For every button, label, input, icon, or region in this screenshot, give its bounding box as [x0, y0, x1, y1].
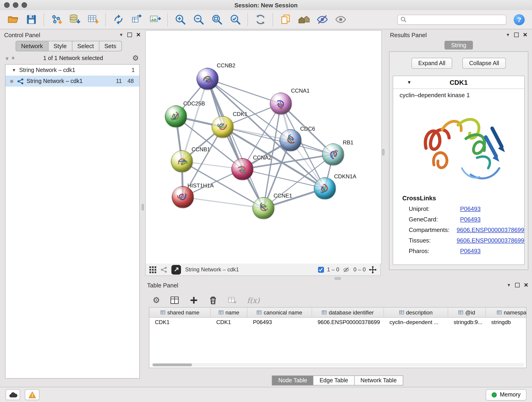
protein-thumbnail — [210, 115, 234, 139]
close-panel-icon[interactable]: ✕ — [136, 32, 141, 38]
selected-checkbox[interactable] — [318, 267, 324, 273]
column-icon — [399, 310, 404, 315]
network-node-hist1h1a[interactable] — [172, 186, 194, 208]
hide-selected-button[interactable] — [314, 12, 330, 27]
import-table-from-file-button[interactable] — [85, 12, 101, 27]
expand-all-button[interactable]: Expand All — [412, 58, 452, 69]
maximize-window-button[interactable] — [22, 2, 27, 8]
network-options-gear-icon[interactable]: ⚙ — [132, 55, 139, 62]
network-node-cdc25b[interactable] — [165, 105, 187, 128]
right-splitter-handle[interactable] — [382, 149, 385, 155]
column-header-shared-name[interactable]: shared name — [149, 307, 211, 317]
table-options-gear-icon[interactable]: ⚙ — [152, 296, 160, 304]
network-node-ccnb1[interactable] — [171, 150, 193, 172]
tab-style[interactable]: Style — [48, 41, 72, 51]
open-session-button[interactable] — [5, 12, 21, 27]
hidden-node-edge-counts: 0 – 0 — [354, 266, 366, 273]
memory-button[interactable]: Memory — [486, 389, 526, 400]
minimize-panel-icon[interactable]: ▼ — [119, 32, 123, 37]
zoom-fit-button[interactable] — [209, 12, 225, 27]
column-header-name[interactable]: name — [211, 307, 247, 317]
gene-section-caret-icon[interactable]: ▼ — [407, 80, 412, 85]
column-header-database-identifier[interactable]: database identifier — [312, 307, 384, 317]
network-node-rb1[interactable] — [322, 143, 344, 166]
protein-structure-image — [411, 100, 507, 192]
network-node-ccnb2[interactable] — [196, 68, 219, 90]
column-icon — [160, 310, 165, 315]
column-header-description[interactable]: description — [384, 307, 448, 317]
zoom-selected-button[interactable] — [227, 12, 243, 27]
crosslink-link[interactable]: P06493 — [460, 216, 481, 223]
crosslink-link[interactable]: 9606.ENSP00000378699 — [457, 226, 524, 233]
network-overview-icon[interactable] — [160, 266, 167, 273]
add-column-icon[interactable] — [170, 296, 179, 305]
pan-move-icon[interactable] — [369, 266, 377, 274]
tab-network[interactable]: Network — [16, 41, 48, 51]
first-neighbors-button[interactable] — [296, 12, 312, 27]
close-panel-icon[interactable]: ✕ — [523, 32, 527, 38]
save-session-button[interactable] — [23, 12, 39, 27]
refresh-layout-button[interactable] — [252, 12, 268, 27]
close-panel-icon[interactable]: ✕ — [524, 282, 528, 288]
import-network-from-file-button[interactable] — [48, 12, 65, 27]
scrollbar-thumb[interactable] — [152, 364, 192, 366]
expand-all-networks-icon[interactable]: » — [9, 57, 16, 59]
minimize-window-button[interactable] — [13, 2, 18, 8]
delete-trash-icon[interactable] — [209, 296, 218, 305]
warnings-button[interactable] — [25, 389, 39, 400]
collapse-all-button[interactable]: Collapse All — [462, 58, 506, 69]
collection-caret-icon[interactable]: ▼ — [12, 68, 16, 72]
float-panel-icon[interactable] — [514, 32, 519, 37]
network-node-ccne1[interactable] — [253, 197, 274, 219]
tab-sets[interactable]: Sets — [99, 41, 122, 51]
column-header-namespac[interactable]: namespac — [486, 307, 526, 317]
tab-network-table[interactable]: Network Table — [354, 375, 403, 385]
network-node-cdkn1a[interactable] — [314, 177, 336, 199]
table-row[interactable]: CDK1CDK1P064939606.ENSP00000378699cyclin… — [149, 318, 526, 326]
copy-button[interactable] — [277, 12, 294, 27]
import-network-from-database-button[interactable] — [66, 12, 83, 27]
network-node-cdc6[interactable] — [279, 129, 302, 151]
show-all-button[interactable] — [332, 12, 349, 27]
crosslink-row: Pharos:P06493 — [393, 246, 524, 256]
table-cell: CDK1 — [149, 319, 211, 325]
cloud-status-button[interactable] — [6, 389, 20, 400]
export-image-button[interactable] — [147, 12, 163, 27]
zoom-fit-icon — [210, 13, 223, 26]
table-body: CDK1CDK1P064939606.ENSP00000378699cyclin… — [149, 318, 526, 326]
column-header-canonical-name[interactable]: canonical name — [247, 307, 312, 317]
network-collection-row[interactable]: ▼ String Network – cdk1 1 — [6, 65, 139, 76]
tab-node-table[interactable]: Node Table — [272, 375, 314, 385]
search-input[interactable] — [409, 16, 503, 23]
add-row-plus-icon[interactable] — [189, 296, 198, 305]
zoom-in-button[interactable] — [172, 12, 188, 27]
check-icon — [318, 267, 323, 272]
tab-select[interactable]: Select — [72, 41, 99, 51]
network-row-selected[interactable]: String Network – cdk1 11 48 — [6, 76, 139, 87]
network-node-ccna1[interactable] — [270, 93, 292, 115]
cloud-icon — [8, 392, 17, 398]
table-horizontal-scrollbar[interactable] — [151, 363, 524, 367]
tab-edge-table[interactable]: Edge Table — [313, 375, 355, 385]
string-results-tab[interactable]: String — [444, 41, 473, 50]
help-button[interactable]: ? — [514, 14, 525, 25]
bottom-splitter-handle[interactable] — [335, 277, 341, 280]
close-window-button[interactable] — [4, 2, 10, 8]
minimize-panel-icon[interactable]: ▼ — [507, 283, 511, 287]
network-node-cdk1[interactable] — [212, 116, 234, 138]
zoom-out-button[interactable] — [190, 12, 207, 27]
crosslink-link[interactable]: 9606.ENSP00000378699 — [457, 237, 524, 244]
column-header--id[interactable]: @id — [448, 307, 486, 317]
network-canvas[interactable]: CCNB2CCNA1CDC25BCDK1CDC6RB1CCNB1CCNA2CDK… — [145, 30, 382, 264]
network-from-table-button[interactable] — [128, 12, 145, 27]
open-in-new-window-button[interactable] — [171, 265, 181, 274]
left-splitter-handle[interactable] — [142, 204, 144, 211]
clone-network-button[interactable] — [110, 12, 127, 27]
float-panel-icon[interactable] — [127, 32, 132, 37]
crosslink-link[interactable]: P06493 — [460, 248, 481, 254]
network-node-ccna2[interactable] — [231, 158, 253, 180]
crosslink-link[interactable]: P06493 — [460, 205, 481, 212]
float-panel-icon[interactable] — [515, 283, 520, 287]
minimize-panel-icon[interactable]: ▼ — [506, 32, 510, 37]
birds-eye-grid-icon[interactable] — [149, 266, 156, 273]
